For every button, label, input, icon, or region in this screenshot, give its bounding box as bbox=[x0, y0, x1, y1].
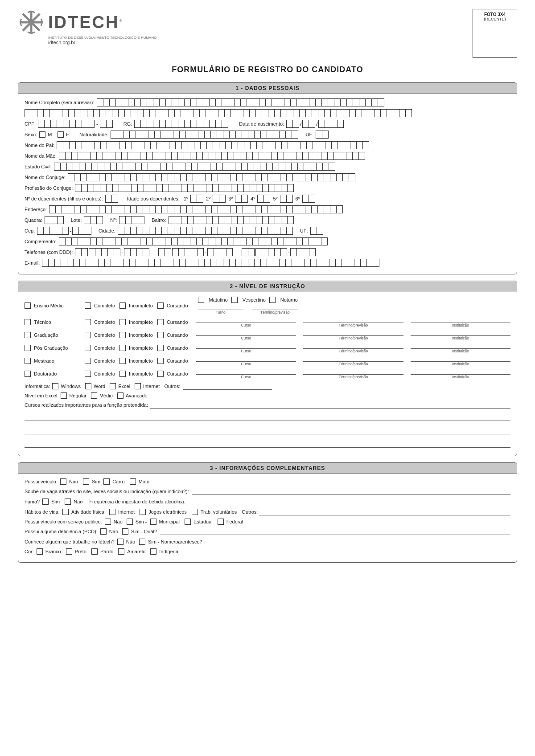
conhece-sim-cb[interactable] bbox=[139, 539, 145, 545]
tel3-num2[interactable] bbox=[290, 248, 316, 256]
dep4-field[interactable] bbox=[257, 195, 270, 203]
branco-cb[interactable] bbox=[37, 548, 43, 555]
nome-conjuge-field[interactable] bbox=[68, 173, 355, 181]
profissao-conjuge-field[interactable] bbox=[75, 184, 294, 192]
vinculo-sim-cb[interactable] bbox=[127, 519, 133, 525]
conhece-nome-field[interactable] bbox=[206, 538, 510, 545]
incompleto-mes-cb[interactable] bbox=[119, 358, 126, 364]
rg-field[interactable] bbox=[134, 120, 228, 128]
no-field[interactable] bbox=[119, 216, 144, 224]
carro-cb[interactable] bbox=[103, 478, 110, 485]
veiculo-sim-cb[interactable] bbox=[83, 478, 89, 485]
vaga-field[interactable] bbox=[192, 488, 510, 495]
nome-completo-field[interactable] bbox=[97, 98, 384, 106]
cursando-tec-cb[interactable] bbox=[157, 319, 164, 325]
pcd-qual-field[interactable] bbox=[160, 528, 510, 535]
internet-cb[interactable] bbox=[135, 383, 141, 389]
noturno-cb[interactable] bbox=[269, 297, 276, 303]
cursando-grad-cb[interactable] bbox=[157, 332, 164, 338]
cursos-field[interactable] bbox=[150, 401, 510, 409]
dep6-field[interactable] bbox=[302, 195, 315, 203]
incompleto-dout-cb[interactable] bbox=[119, 371, 126, 377]
estadual-cb[interactable] bbox=[185, 519, 191, 525]
cpf-field[interactable] bbox=[38, 120, 95, 128]
dep3-field[interactable] bbox=[235, 195, 248, 203]
cursando-em-cb[interactable] bbox=[157, 302, 164, 309]
doutorado-checkbox[interactable] bbox=[25, 371, 31, 377]
completo-mes-cb[interactable] bbox=[85, 358, 91, 364]
tel1-num1[interactable] bbox=[89, 248, 120, 256]
completo-tec-cb[interactable] bbox=[85, 319, 91, 325]
windows-cb[interactable] bbox=[52, 383, 58, 389]
nome-mae-field[interactable] bbox=[59, 152, 365, 160]
tel2-num2[interactable] bbox=[207, 248, 233, 256]
fuma-sim-cb[interactable] bbox=[42, 499, 49, 505]
quadra-field[interactable] bbox=[45, 216, 64, 224]
cep-field1[interactable] bbox=[37, 227, 69, 235]
cpf-field2[interactable] bbox=[100, 120, 113, 128]
completo-em-cb[interactable] bbox=[85, 302, 91, 309]
dep2-field[interactable] bbox=[213, 195, 226, 203]
cursando-pos-cb[interactable] bbox=[157, 345, 164, 351]
avancado-cb[interactable] bbox=[117, 392, 123, 399]
trab-vol-cb[interactable] bbox=[192, 509, 198, 515]
moto-cb[interactable] bbox=[130, 478, 136, 485]
estado-civil-field[interactable] bbox=[54, 163, 335, 171]
bairro-field[interactable] bbox=[169, 216, 294, 224]
tel1-num2[interactable] bbox=[124, 248, 149, 256]
incompleto-tec-cb[interactable] bbox=[119, 319, 126, 325]
pardo-cb[interactable] bbox=[91, 548, 98, 555]
naturalidade-field[interactable] bbox=[111, 131, 298, 139]
cursando-mes-cb[interactable] bbox=[157, 358, 164, 364]
tel1-ddd[interactable] bbox=[75, 248, 88, 256]
tel3-num1[interactable] bbox=[255, 248, 287, 256]
uf-field[interactable] bbox=[316, 131, 329, 139]
amarelo-cb[interactable] bbox=[118, 548, 124, 555]
regular-cb[interactable] bbox=[61, 392, 67, 399]
completo-grad-cb[interactable] bbox=[85, 332, 91, 338]
graduacao-checkbox[interactable] bbox=[25, 332, 31, 338]
tel2-ddd[interactable] bbox=[158, 248, 171, 256]
fuma-nao-cb[interactable] bbox=[65, 499, 71, 505]
pcd-sim-cb[interactable] bbox=[122, 528, 128, 535]
uf2-field[interactable] bbox=[310, 227, 323, 235]
preto-cb[interactable] bbox=[66, 548, 72, 555]
complemento-field[interactable] bbox=[59, 237, 328, 245]
nome-pai-field[interactable] bbox=[57, 141, 369, 149]
nome-completo-field2[interactable] bbox=[25, 109, 412, 117]
tecnico-checkbox[interactable] bbox=[25, 319, 31, 325]
n-dep-field[interactable] bbox=[105, 195, 118, 203]
dep5-field[interactable] bbox=[280, 195, 293, 203]
incompleto-pos-cb[interactable] bbox=[119, 345, 126, 351]
freq-field[interactable] bbox=[188, 498, 510, 505]
excel-cb[interactable] bbox=[110, 383, 116, 389]
medio-cb[interactable] bbox=[91, 392, 97, 399]
jogos-cb[interactable] bbox=[140, 509, 146, 515]
matutino-cb[interactable] bbox=[198, 297, 204, 303]
lote-field[interactable] bbox=[84, 216, 103, 224]
endereco-field[interactable] bbox=[49, 205, 343, 213]
email-field[interactable] bbox=[42, 259, 379, 267]
conhece-nao-cb[interactable] bbox=[117, 539, 123, 545]
cursando-dout-cb[interactable] bbox=[157, 371, 164, 377]
municipal-cb[interactable] bbox=[150, 519, 156, 525]
federal-cb[interactable] bbox=[218, 519, 224, 525]
data-dia[interactable] bbox=[286, 120, 299, 128]
cidade-field[interactable] bbox=[118, 227, 293, 235]
sexo-f-checkbox[interactable] bbox=[58, 131, 64, 138]
completo-pos-cb[interactable] bbox=[85, 345, 91, 351]
cep-field2[interactable] bbox=[72, 227, 91, 235]
outros-hab-field[interactable] bbox=[259, 508, 510, 515]
veiculo-nao-cb[interactable] bbox=[60, 478, 66, 485]
pcd-nao-cb[interactable] bbox=[100, 528, 107, 535]
incompleto-grad-cb[interactable] bbox=[119, 332, 126, 338]
dep1-field[interactable] bbox=[190, 195, 203, 203]
mestrado-checkbox[interactable] bbox=[25, 358, 31, 364]
word-cb[interactable] bbox=[85, 383, 91, 389]
internet-hab-cb[interactable] bbox=[109, 509, 115, 515]
incompleto-em-cb[interactable] bbox=[119, 302, 126, 309]
vespertino-cb[interactable] bbox=[231, 297, 238, 303]
completo-dout-cb[interactable] bbox=[85, 371, 91, 377]
outros-field[interactable] bbox=[183, 383, 272, 390]
data-mes[interactable] bbox=[302, 120, 315, 128]
